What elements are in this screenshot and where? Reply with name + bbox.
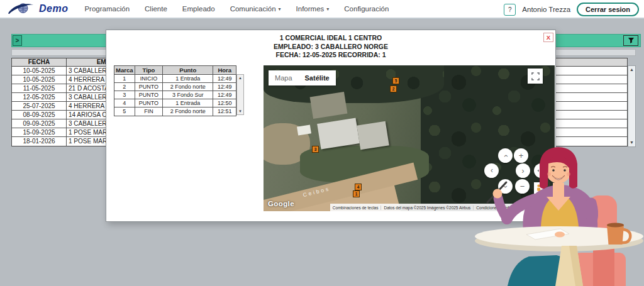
cell-hora: 12:49 [213,91,236,99]
pegman-icon [536,184,541,194]
cell-punto: 1 Entrada [163,75,213,82]
cell-fecha: 18-01-2026 [12,137,67,146]
map-marker-5[interactable]: 5 [392,77,399,84]
keyboard-shortcuts-link[interactable]: Combinaciones de teclas [330,206,381,210]
nav-item-programacion[interactable]: Programación [84,5,130,13]
map-attribution: Combinaciones de teclas Datos del mapa ©… [330,204,555,211]
brand-wordmark: Demo [39,3,68,14]
nav-item-informes[interactable]: Informes▾ [296,5,330,13]
chevron-up-icon: › [502,155,509,157]
header-punto: Punto [163,66,213,74]
pan-down-button[interactable]: › [498,179,513,194]
cell-hora: 12:49 [213,83,236,91]
topbar-right-cluster: ? Antonio Trezza Cerrar sesion [504,0,639,19]
table-scrollbar[interactable]: ▲ ▼ [628,65,636,147]
app-screen: Demo Programación Cliente Empleado Comun… [0,0,644,286]
points-table-scrollbar[interactable]: ▲ ▼ [236,74,244,115]
points-row: 2PUNTO2 Fondo norte12:49 [114,83,236,91]
cell-hora: 12:49 [213,75,236,82]
map-data-credit: Datos del mapa ©2025 Imágenes ©2025 Airb… [380,206,473,210]
cell-marca: 4 [114,99,135,107]
filter-button[interactable] [623,35,638,46]
pan-left-button[interactable]: › [484,163,499,178]
cell-marca: 5 [114,107,135,116]
cell-punto: 3 Fondo Sur [163,91,213,99]
pan-compass-icon [537,167,545,175]
logout-button[interactable]: Cerrar sesion [577,3,639,16]
pan-up-button[interactable]: › [498,148,513,163]
scroll-down-icon[interactable]: ▼ [628,139,635,146]
cell-hora: 12:51 [213,107,236,116]
cell-punto: 2 Fondo norte [163,107,213,116]
cell-punto: 1 Entrada [163,99,213,107]
cell-fecha: 11-05-2025 [12,84,67,92]
cell-tipo: FIN [135,107,164,116]
cell-tipo: PUNTO [135,91,164,99]
header-tipo: Tipo [135,66,164,74]
cell-fecha: 12-05-2025 [12,93,67,101]
filter-funnel-icon [628,37,635,44]
points-table: Marca Tipo Punto Hora 1INICIO1 Entrada12… [114,65,236,116]
report-error-link[interactable]: Informar un error de mapa [501,206,555,210]
satellite-view-button[interactable]: Satélite [299,70,336,85]
map-type-control: Mapa Satélite [269,70,336,85]
minus-icon: − [520,182,525,191]
street-view-pegman[interactable] [534,182,543,196]
google-map[interactable]: Ceibos 5 2 3 4 1 Mapa Satélite › + › › [264,65,555,211]
terms-link[interactable]: Condiciones [473,206,501,210]
nav-item-cliente[interactable]: Cliente [145,5,167,13]
zoom-in-button[interactable]: + [514,148,528,163]
chevron-left-icon: › [491,167,493,175]
nav-item-configuracion[interactable]: Configuración [344,5,389,13]
points-header-row: Marca Tipo Punto Hora [114,66,236,75]
cell-tipo: INICIO [135,75,164,82]
nav-item-comunicacion[interactable]: Comunicación▾ [230,5,281,13]
scroll-up-icon[interactable]: ▲ [628,66,635,74]
nav-label: Cliente [145,5,167,13]
title-date: FECHA: 12-05-2025 RECORRIDA: 1 [106,51,555,60]
cell-tipo: PUNTO [135,99,164,107]
header-marca: Marca [114,66,135,74]
map-marker-1[interactable]: 1 [353,190,360,197]
nav-label: Comunicación [230,5,276,13]
cell-fecha: 09-09-2025 [12,119,67,128]
user-name: Antonio Trezza [522,6,570,13]
cell-hora: 12:50 [213,99,236,107]
recenter-button[interactable] [534,163,548,178]
cell-marca: 1 [114,75,135,82]
chevron-right-icon: › [522,167,525,175]
map-marker-2[interactable]: 2 [390,85,397,92]
nav-item-empleado[interactable]: Empleado [182,5,215,13]
chevron-down-icon: ▾ [279,6,281,12]
nav-label: Configuración [344,5,389,13]
cell-marca: 3 [114,91,135,99]
main-nav: Programación Cliente Empleado Comunicaci… [84,5,389,13]
fullscreen-button[interactable] [528,69,543,84]
points-row: 1INICIO1 Entrada12:49 [114,75,236,83]
title-employee: EMPLEADO: 3 CABALLERO NORGE [106,43,555,52]
points-row: 5FIN2 Fondo norte12:51 [114,107,236,116]
collapse-panel-button[interactable]: > [13,35,22,46]
points-row: 4PUNTO1 Entrada12:50 [114,99,236,107]
map-marker-4[interactable]: 4 [355,184,362,190]
pan-right-button[interactable]: › [516,163,530,178]
modal-title: 1 COMERCIAL IDEAL 1 CENTRO EMPLEADO: 3 C… [106,34,555,60]
map-view-button[interactable]: Mapa [269,70,299,85]
cell-tipo: PUNTO [135,83,164,91]
cell-fecha: 25-07-2025 [12,102,67,110]
google-logo[interactable]: Google [268,200,294,207]
scroll-up-icon[interactable]: ▲ [237,75,243,81]
fullscreen-icon [531,72,540,80]
nav-label: Informes [296,5,325,13]
map-marker-3[interactable]: 3 [312,146,319,153]
nav-label: Empleado [182,5,215,13]
chevron-down-icon: › [502,185,509,188]
header-hora: Hora [213,66,236,74]
nav-label: Programación [84,5,130,13]
zoom-out-button[interactable]: − [515,179,530,194]
scroll-down-icon[interactable]: ▼ [237,108,243,114]
top-navigation-bar: Demo Programación Cliente Empleado Comun… [0,0,644,19]
help-button[interactable]: ? [504,4,516,16]
cell-fecha: 10-05-2025 [12,67,67,75]
cell-fecha: 10-05-2025 [12,75,67,84]
